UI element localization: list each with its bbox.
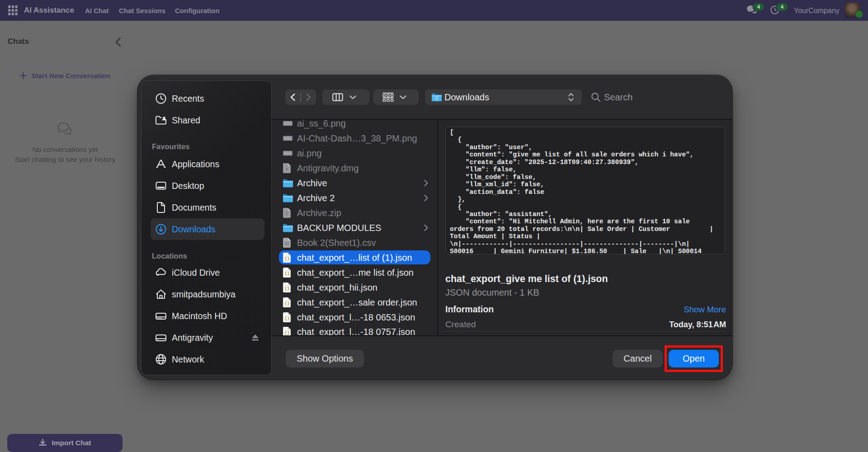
- svg-text:{}: {}: [284, 271, 289, 276]
- svg-text:{}: {}: [284, 286, 289, 291]
- svg-text:{}: {}: [284, 301, 289, 306]
- svg-text:{}: {}: [284, 256, 289, 261]
- svg-text:{}: {}: [284, 315, 289, 320]
- svg-text:{}: {}: [284, 330, 289, 335]
